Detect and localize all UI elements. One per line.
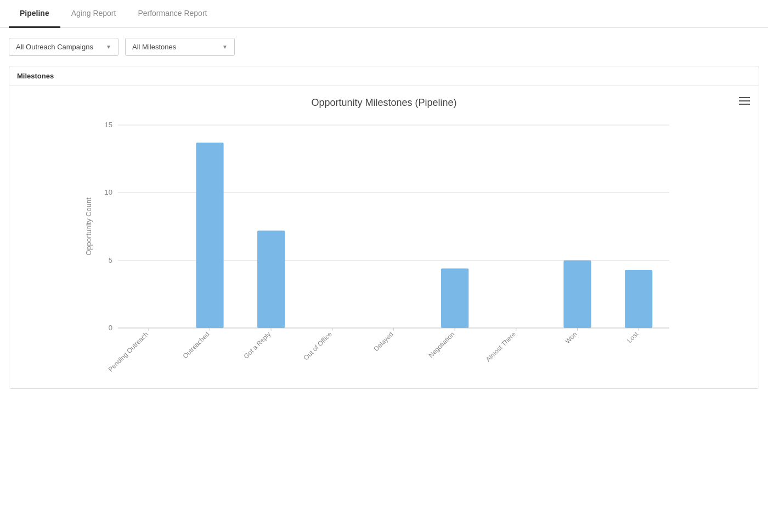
campaigns-filter[interactable]: All Outreach Campaigns ▼ [9,38,118,56]
tabs-bar: Pipeline Aging Report Performance Report [0,0,768,28]
svg-text:10: 10 [105,188,112,196]
svg-text:Out of Office: Out of Office [302,330,334,362]
svg-rect-22 [441,268,468,328]
svg-text:Outreached: Outreached [181,330,211,360]
svg-text:Almost There: Almost There [484,330,517,363]
svg-rect-12 [196,143,223,328]
chart-area: Opportunity Milestones (Pipeline) 051015… [9,86,759,388]
milestones-filter[interactable]: All Milestones ▼ [125,38,235,56]
campaigns-chevron-icon: ▼ [106,44,111,50]
svg-text:Pending Outreach: Pending Outreach [107,330,150,373]
svg-text:Won: Won [563,330,578,345]
chart-options-icon[interactable] [739,97,750,105]
tab-aging-report[interactable]: Aging Report [60,0,127,28]
svg-text:5: 5 [109,256,112,264]
svg-rect-27 [563,261,591,328]
svg-rect-30 [625,270,652,328]
svg-text:Lost: Lost [625,330,640,344]
svg-text:0: 0 [109,324,112,332]
svg-text:15: 15 [105,121,112,129]
tab-pipeline[interactable]: Pipeline [9,0,60,28]
svg-text:Got a Reply: Got a Reply [242,330,273,360]
chart-svg-container: 051015Opportunity CountPending OutreachO… [15,120,753,383]
svg-text:Opportunity Count: Opportunity Count [84,197,93,256]
campaigns-filter-label: All Outreach Campaigns [16,43,93,51]
milestones-chart-card: Milestones Opportunity Milestones (Pipel… [9,66,759,389]
svg-rect-15 [257,230,285,328]
svg-text:Delayed: Delayed [372,330,395,353]
filters-row: All Outreach Campaigns ▼ All Milestones … [0,28,768,66]
bar-chart-svg: 051015Opportunity CountPending OutreachO… [82,120,686,383]
milestones-filter-label: All Milestones [132,43,176,51]
svg-text:Negotiation: Negotiation [427,330,456,359]
chart-card-header: Milestones [9,66,759,86]
chart-title: Opportunity Milestones (Pipeline) [15,97,753,109]
tab-performance-report[interactable]: Performance Report [127,0,218,28]
milestones-chevron-icon: ▼ [222,44,228,50]
